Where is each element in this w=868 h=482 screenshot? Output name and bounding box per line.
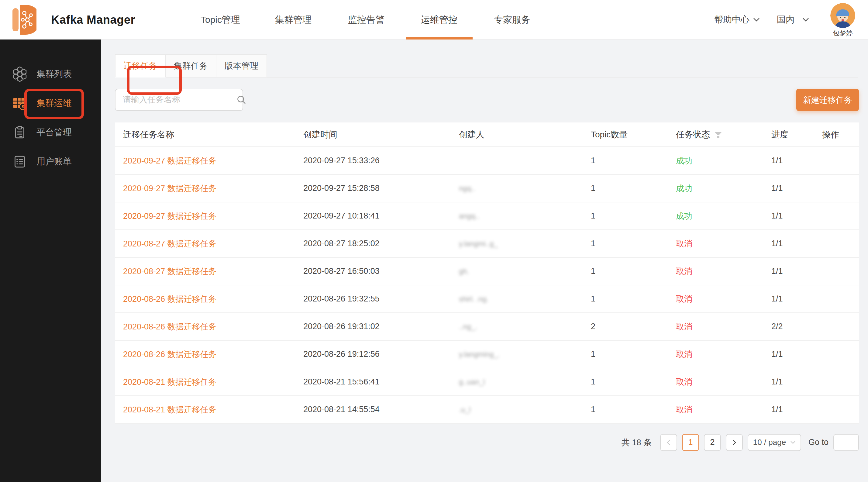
topic-count-cell: 1 [583,239,668,248]
clipboard-icon [12,125,27,140]
table-row: 2020-08-21 数据迁移任务 2020-08-21 15:56:41 g.… [115,368,859,396]
prev-page-button[interactable] [660,434,677,451]
goto-page-label: Go to [808,438,829,447]
created-time-cell: 2020-09-27 10:18:41 [295,211,451,221]
task-status-cell: 取消 [668,404,763,415]
page-button-1[interactable]: 1 [682,434,699,451]
task-name-link[interactable]: 2020-08-26 数据迁移任务 [123,349,217,360]
task-status-cell: 取消 [668,377,763,387]
chevron-down-icon [753,18,760,22]
task-name-link[interactable]: 2020-09-27 数据迁移任务 [123,183,217,194]
nav-ops-control[interactable]: 运维管控 [406,0,473,39]
task-status-cell: 成功 [668,183,763,194]
sidebar-item-cluster-list[interactable]: 集群列表 [0,60,101,89]
pagination: 共 18 条 1 2 10 / page Go to [115,431,859,454]
task-status-cell: 取消 [668,294,763,304]
creator-cell-redacted: angq.. [451,212,583,220]
nav-monitor-alert[interactable]: 监控告警 [333,0,400,39]
sidebar-item-platform-management[interactable]: 平台管理 [0,118,101,147]
page-button-2[interactable]: 2 [704,434,721,451]
tab-cluster-tasks[interactable]: 集群任务 [166,54,216,77]
sidebar-item-label: 集群运维 [36,97,72,109]
nav-topic-management[interactable]: Topic管理 [187,0,254,39]
next-page-button[interactable] [726,434,743,451]
filter-funnel-icon[interactable] [714,131,722,139]
task-status-label: 任务状态 [676,129,710,140]
creator-cell-redacted: ..ng_. [451,322,583,331]
brand: Kafka Manager [11,3,135,36]
column-header-created-time: 创建时间 [295,129,451,140]
goto-page-input[interactable] [833,434,859,451]
created-time-cell: 2020-08-27 16:50:03 [295,266,451,276]
region-selector[interactable]: 国内 [777,14,809,26]
sidebar-item-label: 用户账单 [36,156,72,168]
topic-count-cell: 1 [583,211,668,221]
table-row: 2020-08-26 数据迁移任务 2020-08-26 19:12:56 y.… [115,341,859,368]
table-header-row: 迁移任务名称 创建时间 创建人 Topic数量 任务状态 进度 操作 [115,123,859,147]
task-status-cell: 取消 [668,266,763,277]
topic-count-cell: 1 [583,266,668,276]
chevron-down-icon [802,18,809,22]
topic-count-cell: 1 [583,294,668,303]
help-center-label: 帮助中心 [714,14,749,26]
progress-cell: 2/2 [763,322,814,331]
task-name-link[interactable]: 2020-08-21 数据迁移任务 [123,377,217,387]
tab-migration-tasks[interactable]: 迁移任务 [115,54,166,77]
table-row: 2020-08-21 数据迁移任务 2020-08-21 14:55:54 .u… [115,396,859,424]
migration-task-table: 迁移任务名称 创建时间 创建人 Topic数量 任务状态 进度 操作 2020-… [115,123,859,424]
created-time-cell: 2020-09-27 15:28:58 [295,184,451,193]
hexagon-cluster-icon [12,67,27,82]
topic-count-cell: 1 [583,350,668,359]
svg-text:$: $ [22,104,24,109]
total-count-label: 共 18 条 [622,437,652,448]
column-header-operation: 操作 [814,129,859,140]
table-row: 2020-08-26 数据迁移任务 2020-08-26 19:31:02 ..… [115,313,859,341]
column-header-topic-count: Topic数量 [583,129,668,140]
table-row: 2020-09-27 数据迁移任务 2020-09-27 15:33:26 1 … [115,147,859,175]
table-row: 2020-09-27 数据迁移任务 2020-09-27 15:28:58 ng… [115,175,859,202]
task-name-link[interactable]: 2020-08-26 数据迁移任务 [123,294,217,304]
sidebar-item-cluster-ops[interactable]: $ 集群运维 [0,89,101,118]
sidebar: 集群列表 $ 集群运维 平台管理 [0,39,101,482]
nav-cluster-management[interactable]: 集群管理 [260,0,327,39]
progress-cell: 1/1 [763,184,814,193]
table-row: 2020-08-27 数据迁移任务 2020-08-27 18:25:02 y.… [115,230,859,258]
table-row: 2020-08-27 数据迁移任务 2020-08-27 16:50:03 gh… [115,258,859,285]
new-migration-task-button[interactable]: 新建迁移任务 [796,89,859,111]
column-header-creator: 创建人 [451,129,583,140]
tab-bar: 迁移任务 集群任务 版本管理 [115,54,267,77]
top-bar: Kafka Manager Topic管理 集群管理 监控告警 运维管控 专家服… [0,0,868,39]
search-input[interactable] [116,89,237,110]
progress-cell: 1/1 [763,405,814,414]
app-title: Kafka Manager [51,13,135,26]
avatar [830,3,855,28]
created-time-cell: 2020-09-27 15:33:26 [295,156,451,165]
chevron-down-icon [790,441,796,444]
search-icon[interactable] [237,95,247,105]
task-name-link[interactable]: 2020-08-27 数据迁移任务 [123,238,217,249]
tab-version-management[interactable]: 版本管理 [216,54,267,77]
task-name-link[interactable]: 2020-08-26 数据迁移任务 [123,321,217,332]
table-row: 2020-09-27 数据迁移任务 2020-09-27 10:18:41 an… [115,202,859,230]
task-name-link[interactable]: 2020-08-21 数据迁移任务 [123,404,217,415]
user-menu[interactable]: 包梦婷 [826,3,860,38]
nav-expert-service[interactable]: 专家服务 [479,0,546,39]
username: 包梦婷 [833,29,853,38]
task-status-cell: 取消 [668,349,763,360]
task-name-link[interactable]: 2020-08-27 数据迁移任务 [123,266,217,277]
topic-count-cell: 2 [583,322,668,331]
topic-count-cell: 1 [583,377,668,387]
creator-cell-redacted: g..uan_l [451,378,583,386]
region-label: 国内 [777,14,795,26]
task-search [115,89,243,111]
sidebar-item-label: 平台管理 [36,126,72,138]
task-name-link[interactable]: 2020-09-27 数据迁移任务 [123,155,217,166]
help-center-menu[interactable]: 帮助中心 [714,14,760,26]
creator-cell-redacted: .u_l [451,406,583,414]
sidebar-item-user-billing[interactable]: 用户账单 [0,147,101,176]
task-name-link[interactable]: 2020-09-27 数据迁移任务 [123,211,217,222]
creator-cell-redacted: gh. [451,267,583,276]
progress-cell: 1/1 [763,377,814,387]
task-status-cell: 成功 [668,211,763,222]
page-size-select[interactable]: 10 / page [748,434,801,451]
